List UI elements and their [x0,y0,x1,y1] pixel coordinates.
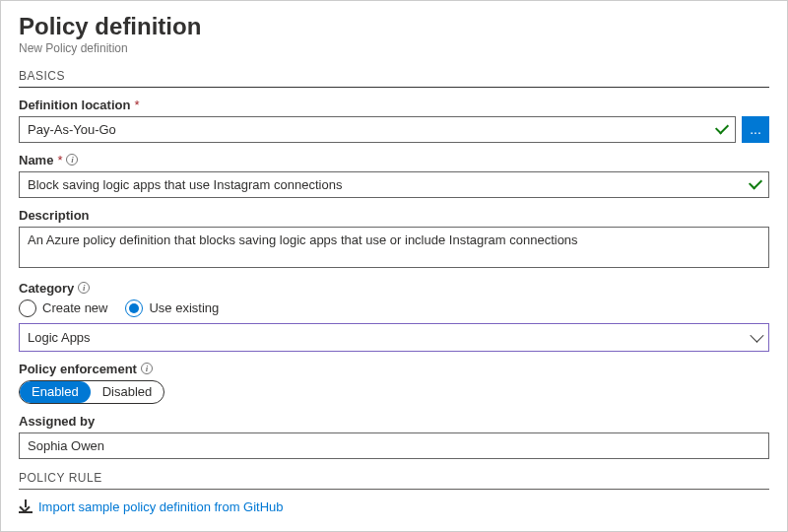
assigned-by-value: Sophia Owen [19,432,769,459]
label-policy-enforcement: Policy enforcement i [19,362,769,376]
field-name: Name * i [19,153,769,198]
policy-definition-panel: Policy definition New Policy definition … [0,0,788,532]
radio-create-new-label: Create new [42,300,107,315]
name-input[interactable] [19,171,769,198]
radio-use-existing-label: Use existing [149,300,219,315]
label-description: Description [19,208,769,223]
definition-location-input-wrap [19,116,736,143]
import-github-label: Import sample policy definition from Git… [38,499,284,514]
category-radio-group: Create new Use existing [19,299,769,317]
label-policy-enforcement-text: Policy enforcement [19,362,137,376]
label-assigned-by: Assigned by [19,414,769,429]
section-basics-header: BASICS [19,69,769,88]
label-name-text: Name [19,153,53,167]
name-input-wrap [19,171,769,198]
radio-icon [19,299,36,317]
info-icon[interactable]: i [66,154,78,166]
label-category-text: Category [19,281,74,296]
enforcement-toggle: Enabled Disabled [19,380,164,404]
definition-location-browse-button[interactable]: ... [742,116,769,143]
field-policy-enforcement: Policy enforcement i Enabled Disabled [19,362,769,404]
label-name: Name * i [19,153,769,167]
label-description-text: Description [19,208,90,223]
page-subtitle: New Policy definition [19,41,769,55]
field-category: Category i Create new Use existing Logic… [19,281,769,352]
definition-location-input[interactable] [19,116,736,143]
enforcement-enabled-option[interactable]: Enabled [20,381,91,403]
label-definition-location: Definition location * [19,98,769,112]
enforcement-disabled-option[interactable]: Disabled [91,381,164,403]
field-assigned-by: Assigned by Sophia Owen [19,414,769,459]
label-definition-location-text: Definition location [19,98,130,112]
description-textarea[interactable]: An Azure policy definition that blocks s… [19,227,769,268]
category-select-value: Logic Apps [28,330,91,345]
category-select[interactable]: Logic Apps [19,323,769,352]
section-policy-rule-header: POLICY RULE [19,471,769,490]
radio-icon-selected [125,299,143,317]
download-icon [19,499,33,513]
radio-create-new[interactable]: Create new [19,299,107,317]
info-icon[interactable]: i [78,282,90,294]
required-asterisk: * [134,98,139,112]
chevron-down-icon [750,329,763,343]
info-icon[interactable]: i [141,363,153,374]
label-assigned-by-text: Assigned by [19,414,95,429]
label-category: Category i [19,281,769,296]
field-description: Description An Azure policy definition t… [19,208,769,271]
page-title: Policy definition [19,13,769,41]
field-definition-location: Definition location * ... [19,98,769,143]
radio-use-existing[interactable]: Use existing [125,299,219,317]
import-github-link[interactable]: Import sample policy definition from Git… [19,499,284,514]
required-asterisk: * [57,153,62,167]
